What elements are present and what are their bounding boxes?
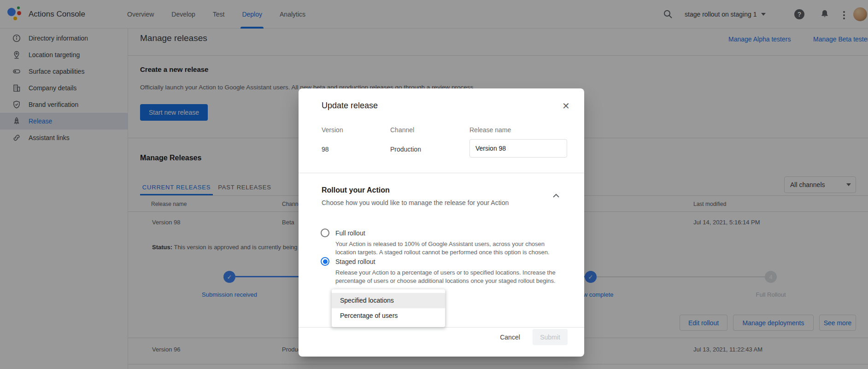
release-name-label: Release name xyxy=(469,126,511,134)
rollout-type-dropdown: Specified locations Percentage of users xyxy=(332,289,445,327)
staged-rollout-label[interactable]: Staged rollout xyxy=(335,258,375,265)
staged-rollout-description: Release your Action to a percentage of u… xyxy=(335,269,562,285)
version-value: 98 xyxy=(322,146,329,153)
rollout-section-subheading: Choose how you would like to manage the … xyxy=(322,199,509,206)
channel-value: Production xyxy=(390,146,421,153)
dialog-title: Update release xyxy=(322,101,378,111)
full-rollout-label[interactable]: Full rollout xyxy=(335,229,365,237)
cancel-button[interactable]: Cancel xyxy=(494,329,526,345)
full-rollout-description: Your Action is released to 100% of Googl… xyxy=(335,240,562,257)
rollout-section-heading: Rollout your Action xyxy=(322,186,390,194)
channel-label: Channel xyxy=(390,126,414,134)
full-rollout-radio[interactable] xyxy=(321,228,329,237)
staged-rollout-radio[interactable] xyxy=(321,257,329,266)
release-name-input[interactable] xyxy=(469,139,567,158)
actions-console-screen: Actions Console Overview Develop Test De… xyxy=(0,0,868,369)
close-icon[interactable]: ✕ xyxy=(561,100,571,112)
version-label: Version xyxy=(322,126,343,134)
chevron-up-icon[interactable] xyxy=(551,191,562,204)
submit-button[interactable]: Submit xyxy=(533,329,568,345)
divider xyxy=(299,327,584,328)
dropdown-option-percentage-of-users[interactable]: Percentage of users xyxy=(332,308,445,323)
divider xyxy=(299,173,584,173)
dropdown-option-specified-locations[interactable]: Specified locations xyxy=(332,293,445,308)
